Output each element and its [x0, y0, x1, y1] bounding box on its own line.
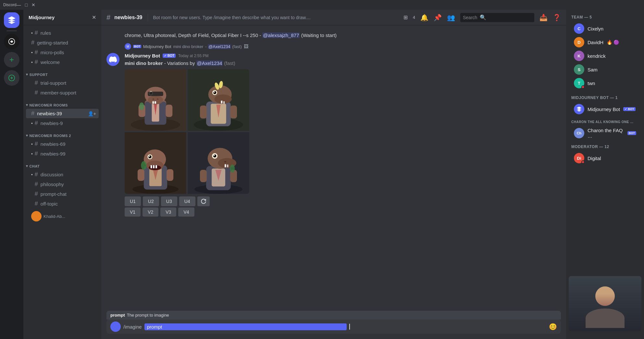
video-call-area [569, 276, 641, 331]
channel-item-discussion[interactable]: ● # discussion [26, 170, 99, 179]
action-buttons-row1: U1 U2 U3 U4 [125, 196, 561, 206]
channel-item-getting-started[interactable]: # getting-started [26, 38, 99, 47]
svg-rect-46 [153, 165, 155, 169]
image-cell-2[interactable] [188, 69, 249, 131]
search-box[interactable]: Search 🔍 [460, 13, 534, 22]
titlebar-controls[interactable]: — □ ✕ [17, 2, 35, 7]
category-support[interactable]: ▾ SUPPORT [23, 67, 101, 78]
channel-hash-icon: # [35, 200, 38, 207]
svg-rect-17 [155, 101, 156, 104]
cursor-area[interactable] [349, 324, 546, 330]
member-cixelyn[interactable]: C Cixelyn [571, 22, 639, 35]
member-davidh[interactable]: D DavidH 🔥 🟣 [571, 36, 639, 49]
video-person-body [586, 308, 625, 328]
category-newcomer-rooms-2[interactable]: ▾ NEWCOMER ROOMS 2 [23, 128, 101, 139]
category-arrow-icon: ▾ [26, 72, 28, 77]
pin-icon[interactable]: 📌 [434, 14, 442, 21]
copy-icon[interactable]: 🖼 [244, 44, 248, 49]
v4-button[interactable]: V4 [178, 207, 194, 217]
thread-icon[interactable]: ⊞ [403, 14, 408, 20]
image-cell-4[interactable] [188, 132, 249, 194]
minimize-button[interactable]: — [17, 2, 21, 7]
channel-item-newbies-99[interactable]: ● # newbies-99 [26, 149, 99, 158]
u4-button[interactable]: U4 [179, 196, 195, 206]
mjbot-avatar [574, 104, 584, 114]
channel-item-off-topic[interactable]: ● # off-topic [26, 199, 99, 208]
add-server-button[interactable]: + [4, 52, 19, 68]
v2-button[interactable]: V2 [142, 207, 158, 217]
svg-point-62 [213, 154, 217, 157]
channel-topic: Bot room for new users. Type /imagine th… [153, 15, 400, 20]
bot-author-name[interactable]: Midjourney Bot [125, 53, 160, 58]
close-button[interactable]: ✕ [31, 2, 35, 7]
category-newcomer-rooms[interactable]: ▾ NEWCOMER ROOMS [23, 98, 101, 108]
cursor [349, 324, 350, 330]
members-icon[interactable]: 👥 [447, 14, 455, 21]
prompt-input[interactable] [144, 323, 347, 330]
team-section: TEAM — 5 C Cixelyn D DavidH 🔥 🟣 K kendri… [566, 15, 644, 90]
emoji-button[interactable]: 😊 [549, 323, 557, 331]
explore-servers-button[interactable] [4, 70, 19, 86]
mention-axel[interactable]: @Axel1234 [196, 60, 223, 66]
maximize-button[interactable]: □ [25, 2, 28, 7]
search-placeholder: Search [463, 15, 477, 20]
notification-icon[interactable]: 🔔 [420, 14, 428, 21]
server-icon-midjourney[interactable] [4, 12, 19, 28]
channel-item-member-support[interactable]: ● # member-support [26, 88, 99, 97]
right-sidebar: TEAM — 5 C Cixelyn D DavidH 🔥 🟣 K kendri… [566, 10, 644, 339]
channel-item-newbies-69[interactable]: ● # newbies-69 [26, 139, 99, 149]
channel-item-micro-polls[interactable]: ● # micro-polls [26, 48, 99, 57]
v3-button[interactable]: V3 [160, 207, 176, 217]
refresh-button[interactable] [197, 196, 210, 206]
category-chat[interactable]: ▾ CHAT [23, 159, 101, 170]
channel-item-rules[interactable]: ● # rules [26, 28, 99, 38]
mini-mention: - @Axel1234 (fast) [205, 44, 242, 49]
channel-header: # newbies-39 Bot room for new users. Typ… [101, 10, 566, 25]
channel-item-trial-support[interactable]: ● # trial-support [26, 78, 99, 88]
member-twn[interactable]: T twn [571, 77, 639, 90]
member-digital[interactable]: Di Digital [571, 152, 639, 165]
user-avatar [110, 321, 121, 332]
spacer [566, 90, 644, 95]
svg-rect-19 [166, 105, 172, 117]
channel-item-newbies-9[interactable]: ● # newbies-9 [26, 119, 99, 128]
channel-hash-icon: # [35, 141, 38, 147]
message-input-box[interactable]: /imagine 😊 [106, 320, 561, 334]
mention-alexsajzh[interactable]: @alexsajzh_877 [262, 32, 300, 38]
u1-button[interactable]: U1 [125, 196, 141, 206]
channel-hash-icon: # [35, 49, 38, 56]
channel-hash-icon: # [31, 110, 34, 117]
twn-name: twn [588, 81, 595, 86]
category-arrow-icon: ▾ [26, 103, 28, 107]
channel-item-khalid[interactable]: Khalid-Ab... [26, 210, 99, 223]
input-area: /imagine 😊 [101, 320, 566, 339]
member-midjourney-bot[interactable]: Midjourney Bot ✓ BOT [571, 103, 639, 116]
channel-sidebar: Midjourney ✕ ● # rules # getting-started… [23, 10, 101, 339]
mjbot-badge: ✓ BOT [623, 107, 636, 111]
mini-bot-header: M BOT Midjourney Bot mini dino broker - … [106, 43, 561, 50]
member-kendrick[interactable]: K kendrick [571, 49, 639, 62]
channel-item-prompt-chat[interactable]: ● # prompt-chat [26, 189, 99, 199]
server-header[interactable]: Midjourney ✕ [23, 10, 101, 25]
main-content: # newbies-39 Bot room for new users. Typ… [101, 10, 566, 339]
svg-rect-34 [223, 101, 225, 104]
v1-button[interactable]: V1 [125, 207, 141, 217]
charon-badge: BOT [627, 131, 636, 135]
image-cell-3[interactable] [125, 132, 186, 194]
channel-item-philosophy[interactable]: ● # philosophy [26, 180, 99, 189]
member-charon[interactable]: Ch Charon the FAQ … BOT [571, 126, 639, 140]
inbox-icon[interactable]: 📥 [539, 14, 548, 21]
server-icon-openai[interactable] [4, 34, 19, 49]
svg-point-69 [230, 165, 235, 173]
digital-name: Digital [588, 156, 601, 161]
channel-item-newbies-39[interactable]: # newbies-39 👤+ [26, 109, 99, 118]
mini-command-text: mini dino broker [173, 44, 204, 49]
top-message: chrome, Ultra photoreal, Depth of Field,… [106, 31, 561, 40]
u2-button[interactable]: U2 [143, 196, 159, 206]
help-icon[interactable]: ❓ [553, 14, 561, 21]
image-cell-1[interactable] [125, 69, 186, 131]
channel-item-welcome[interactable]: ● # welcome [26, 57, 99, 67]
u3-button[interactable]: U3 [161, 196, 177, 206]
member-sam[interactable]: S Sam [571, 63, 639, 76]
mini-bot-avatar: M [125, 43, 131, 50]
